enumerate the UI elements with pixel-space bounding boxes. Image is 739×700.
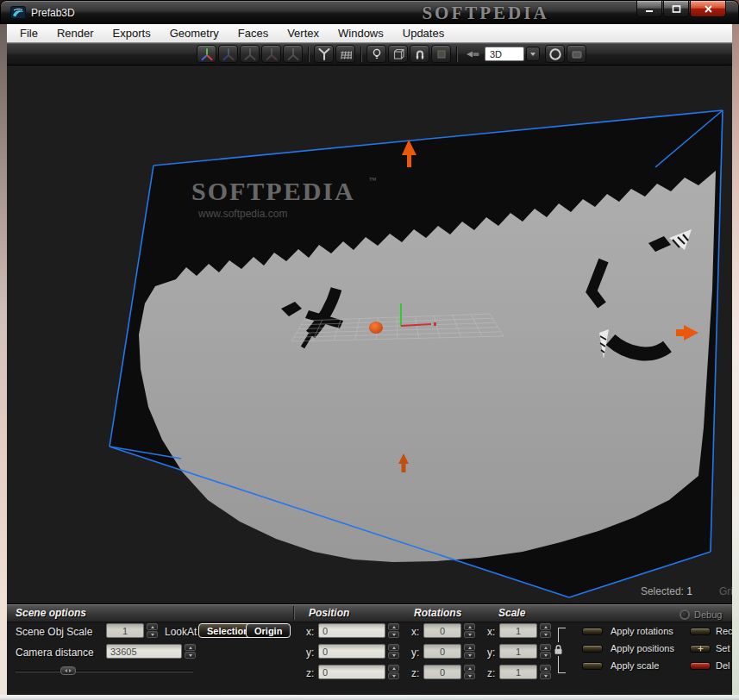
stepper-down-icon[interactable] <box>540 631 551 638</box>
camera-distance-slider-handle[interactable] <box>60 666 76 675</box>
axes-inverted-button[interactable] <box>314 45 334 63</box>
maximize-button[interactable] <box>663 1 689 17</box>
mesh-grid-button[interactable] <box>335 45 355 63</box>
stepper-down-icon[interactable] <box>147 631 158 638</box>
toolbar-separator-1 <box>308 47 309 62</box>
camera-distance-stepper[interactable] <box>185 644 196 659</box>
set-button[interactable] <box>690 645 711 653</box>
stepper-down-icon[interactable] <box>388 672 399 679</box>
apply-positions-button[interactable] <box>582 645 603 653</box>
stepper-up-icon[interactable] <box>464 644 475 651</box>
apply-positions-label: Apply positions <box>611 643 674 653</box>
app-window: Prefab3D SOFTPEDIA File Render Exports G… <box>0 0 739 700</box>
apply-scale-button[interactable] <box>582 662 603 670</box>
axes-dim-button-3[interactable] <box>261 45 281 63</box>
stepper-up-icon[interactable] <box>464 623 475 630</box>
stepper-up-icon[interactable] <box>388 665 399 672</box>
svg-text:www.softpedia.com: www.softpedia.com <box>197 208 287 220</box>
del-label: Del <box>716 660 730 671</box>
circle-ring-button[interactable] <box>545 45 565 63</box>
apply-scale-label: Apply scale <box>611 660 659 671</box>
menu-windows[interactable]: Windows <box>329 27 393 40</box>
selected-object[interactable] <box>369 322 383 334</box>
scene-obj-scale-input[interactable] <box>106 623 144 638</box>
rotation-x-stepper[interactable] <box>464 623 475 638</box>
scale-z-input[interactable] <box>499 665 537 679</box>
stepper-down-icon[interactable] <box>464 672 475 679</box>
scale-y-input[interactable] <box>499 644 537 659</box>
menu-updates[interactable]: Updates <box>393 27 454 40</box>
rotation-x-input[interactable] <box>423 623 461 638</box>
box-dim-button[interactable] <box>431 45 451 63</box>
axes-dim-button-1[interactable] <box>218 45 238 63</box>
menu-file[interactable]: File <box>10 27 47 40</box>
menu-faces[interactable]: Faces <box>229 27 278 40</box>
3d-scene[interactable]: SOFTPEDIA ™ www.softpedia.com <box>7 66 732 603</box>
stepper-down-icon[interactable] <box>540 652 551 659</box>
stepper-up-icon[interactable] <box>388 644 399 651</box>
stepper-up-icon[interactable] <box>540 623 551 630</box>
del-button[interactable] <box>690 662 711 670</box>
position-y-input[interactable] <box>318 644 385 659</box>
scale-x-input[interactable] <box>499 623 537 638</box>
scene-obj-scale-stepper[interactable] <box>147 623 158 638</box>
stepper-down-icon[interactable] <box>464 631 475 638</box>
stepper-up-icon[interactable] <box>540 665 551 672</box>
selected-value: 1 <box>686 585 692 597</box>
apply-rotations-button[interactable] <box>582 628 603 635</box>
scale-x-stepper[interactable] <box>540 623 551 638</box>
scale-lock-icon[interactable] <box>553 642 564 656</box>
scene-options-header: Scene options <box>16 607 86 619</box>
rotation-z-stepper[interactable] <box>464 665 475 679</box>
stepper-down-icon[interactable] <box>540 672 551 679</box>
scene-obj-scale-label: Scene Obj Scale <box>16 626 92 638</box>
view-mode-input[interactable] <box>485 47 524 61</box>
close-button[interactable] <box>690 1 726 17</box>
scale-y-stepper[interactable] <box>540 644 551 659</box>
stepper-up-icon[interactable] <box>147 623 158 630</box>
camera-distance-input[interactable] <box>106 644 182 659</box>
stepper-up-icon[interactable] <box>464 665 475 672</box>
snapshot-button[interactable] <box>567 45 586 63</box>
rotation-y-stepper[interactable] <box>464 644 475 659</box>
stepper-down-icon[interactable] <box>388 652 399 659</box>
menu-render[interactable]: Render <box>47 27 103 40</box>
titlebar[interactable]: Prefab3D SOFTPEDIA <box>0 0 739 24</box>
minimize-button[interactable] <box>636 1 662 17</box>
camera-distance-slider-track[interactable] <box>16 671 193 672</box>
magnet-button[interactable] <box>410 45 429 63</box>
cube-button[interactable] <box>388 45 408 63</box>
stepper-down-icon[interactable] <box>388 631 399 638</box>
rotation-x-label: x: <box>411 626 419 638</box>
mesh-grid-icon <box>339 47 353 61</box>
position-z-input[interactable] <box>318 665 385 679</box>
menu-geometry[interactable]: Geometry <box>160 27 229 40</box>
stepper-up-icon[interactable] <box>388 623 399 630</box>
light-bulb-button[interactable] <box>366 45 386 63</box>
scale-z-stepper[interactable] <box>540 665 551 679</box>
position-z-stepper[interactable] <box>388 665 399 679</box>
scale-x-label: x: <box>487 626 495 638</box>
rec-button[interactable] <box>690 628 711 635</box>
view-mode-dropdown-button[interactable] <box>526 47 540 61</box>
3d-viewport[interactable]: SOFTPEDIA ™ www.softpedia.com Selected: … <box>7 66 732 603</box>
debug-radio[interactable] <box>680 609 690 620</box>
rotation-y-input[interactable] <box>423 644 461 659</box>
box-dim-icon <box>435 47 448 61</box>
stepper-down-icon[interactable] <box>185 652 196 659</box>
stepper-up-icon[interactable] <box>540 644 551 651</box>
axes-dim-button-4[interactable] <box>283 45 303 63</box>
stepper-up-icon[interactable] <box>185 644 196 651</box>
lookat-origin-button[interactable]: Origin <box>246 623 291 638</box>
position-z-label: z: <box>306 667 314 679</box>
position-x-input[interactable] <box>318 623 385 638</box>
axes-dim-button-2[interactable] <box>240 45 260 63</box>
stepper-down-icon[interactable] <box>464 652 475 659</box>
menu-vertex[interactable]: Vertex <box>278 27 329 40</box>
menu-exports[interactable]: Exports <box>103 27 160 40</box>
rotation-z-input[interactable] <box>423 665 461 679</box>
svg-text:SOFTPEDIA: SOFTPEDIA <box>191 177 355 205</box>
position-y-stepper[interactable] <box>388 644 399 659</box>
axes-rgb-button[interactable] <box>197 45 216 63</box>
position-x-stepper[interactable] <box>388 623 399 638</box>
